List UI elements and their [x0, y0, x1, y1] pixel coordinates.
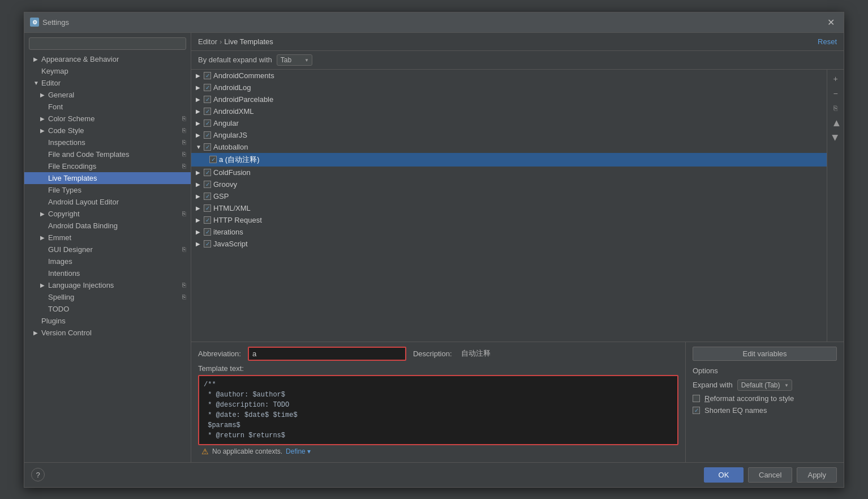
sidebar-item-label: Images — [48, 257, 72, 266]
sidebar-item-editor[interactable]: ▼Editor — [24, 77, 191, 89]
group-checkbox[interactable] — [204, 84, 211, 91]
template-group-header-http-request[interactable]: ▶HTTP Request — [191, 214, 827, 226]
sidebar-item-todo[interactable]: TODO — [24, 303, 191, 315]
reformat-checkbox[interactable] — [693, 395, 700, 402]
group-checkbox[interactable] — [204, 96, 211, 103]
sidebar-item-gui-designer[interactable]: GUI Designer⎘ — [24, 244, 191, 255]
remove-template-button[interactable]: − — [829, 87, 843, 100]
define-link[interactable]: Define ▾ — [286, 447, 311, 455]
template-item-a-comment[interactable]: a (自动注释) — [191, 153, 827, 167]
template-group-header-autoballon[interactable]: ▼Autoballon — [191, 141, 827, 153]
abbreviation-input[interactable] — [248, 347, 406, 361]
template-group-header-iterations[interactable]: ▶iterations — [191, 226, 827, 238]
title-bar-left: ⚙ Settings — [30, 18, 69, 27]
copy-icon: ⎘ — [182, 127, 186, 134]
sidebar-item-color-scheme[interactable]: ▶Color Scheme⎘ — [24, 113, 191, 125]
reset-button[interactable]: Reset — [818, 37, 837, 46]
group-arrow: ▶ — [196, 241, 201, 247]
breadcrumb-current: Live Templates — [224, 37, 273, 46]
group-checkbox[interactable] — [204, 228, 211, 236]
template-group-header-android-log[interactable]: ▶AndroidLog — [191, 82, 827, 93]
sidebar-item-label: File Encodings — [48, 162, 96, 170]
expand-with-select-wrapper: Default (Tab) Tab Space Enter — [737, 379, 792, 391]
sidebar-item-keymap[interactable]: Keymap — [24, 65, 191, 77]
group-checkbox[interactable] — [204, 131, 211, 139]
template-group-header-android-parcelable[interactable]: ▶AndroidParcelable — [191, 93, 827, 105]
sidebar-item-label: Copyright — [48, 210, 80, 218]
group-checkbox[interactable] — [204, 204, 211, 212]
template-group-groovy: ▶Groovy — [191, 178, 827, 190]
expand-with-select[interactable]: Default (Tab) Tab Space Enter — [737, 379, 792, 391]
group-checkbox[interactable] — [204, 216, 211, 224]
group-checkbox[interactable] — [204, 108, 211, 115]
sidebar-item-version-control[interactable]: ▶Version Control — [24, 327, 191, 339]
sidebar-item-label: Font — [48, 103, 63, 111]
sidebar-item-images[interactable]: Images — [24, 255, 191, 267]
sidebar-item-label: Plugins — [41, 317, 66, 325]
sidebar-item-appearance[interactable]: ▶Appearance & Behavior — [24, 53, 191, 65]
cancel-button[interactable]: Cancel — [748, 467, 792, 483]
sidebar-item-copyright[interactable]: ▶Copyright⎘ — [24, 208, 191, 220]
ok-button[interactable]: OK — [704, 467, 744, 483]
group-checkbox[interactable] — [204, 240, 211, 248]
template-group-header-angularjs[interactable]: ▶AngularJS — [191, 129, 827, 141]
sidebar-item-android-layout-editor[interactable]: Android Layout Editor — [24, 196, 191, 208]
group-checkbox[interactable] — [204, 143, 211, 151]
help-button[interactable]: ? — [31, 468, 45, 481]
dialog-body: ▶Appearance & Behavior Keymap▼Editor▶Gen… — [24, 33, 844, 462]
reformat-row: Reformat according to style — [693, 394, 837, 403]
sidebar-arrow-placeholder — [40, 163, 46, 169]
group-label: AndroidParcelable — [213, 95, 273, 104]
sidebar-item-general[interactable]: ▶General — [24, 89, 191, 101]
template-group-header-groovy[interactable]: ▶Groovy — [191, 178, 827, 190]
sidebar-item-spelling[interactable]: Spelling⎘ — [24, 291, 191, 303]
close-button[interactable]: ✕ — [824, 16, 838, 29]
add-template-button[interactable]: + — [829, 72, 843, 86]
template-group-header-android-comments[interactable]: ▶AndroidComments — [191, 70, 827, 82]
template-group-android-log: ▶AndroidLog — [191, 82, 827, 93]
move-up-button[interactable]: ▶ — [829, 116, 843, 130]
group-label: Autoballon — [213, 143, 248, 151]
sidebar-item-label: Editor — [41, 79, 61, 87]
template-group-header-javascript[interactable]: ▶JavaScript — [191, 238, 827, 250]
expand-label: By default expand with — [198, 56, 272, 64]
sidebar-item-font[interactable]: Font — [24, 101, 191, 113]
sidebar-item-plugins[interactable]: Plugins — [24, 315, 191, 327]
sidebar-item-intentions[interactable]: Intentions — [24, 267, 191, 279]
sidebar-item-file-types[interactable]: File Types — [24, 184, 191, 196]
template-group-header-html-xml[interactable]: ▶HTML/XML — [191, 202, 827, 214]
group-checkbox[interactable] — [204, 193, 211, 200]
apply-button[interactable]: Apply — [797, 467, 837, 483]
sidebar-item-language-injections[interactable]: ▶Language Injections⎘ — [24, 279, 191, 291]
sidebar-item-file-encodings[interactable]: File Encodings⎘ — [24, 160, 191, 172]
template-group-header-gsp[interactable]: ▶GSP — [191, 190, 827, 202]
expand-select[interactable]: Tab Space Enter — [277, 54, 312, 66]
sidebar-item-file-code-templates[interactable]: File and Code Templates⎘ — [24, 148, 191, 160]
group-checkbox[interactable] — [204, 181, 211, 188]
sidebar-item-android-data-binding[interactable]: Android Data Binding — [24, 220, 191, 232]
sidebar-item-code-style[interactable]: ▶Code Style⎘ — [24, 125, 191, 137]
edit-variables-button[interactable]: Edit variables — [693, 347, 837, 361]
sidebar-item-inspections[interactable]: Inspections⎘ — [24, 137, 191, 148]
template-group-header-coldfusion[interactable]: ▶ColdFusion — [191, 167, 827, 178]
template-code-area[interactable]: /** * @author: $author$ * @description: … — [198, 375, 678, 445]
sidebar-item-emmet[interactable]: ▶Emmet — [24, 232, 191, 244]
bottom-right: Edit variables Options Expand with Defau… — [685, 342, 844, 462]
search-input[interactable] — [29, 37, 186, 50]
shorten-eq-checkbox[interactable] — [693, 407, 700, 414]
item-checkbox[interactable] — [209, 156, 217, 163]
move-down-button[interactable]: ▶ — [829, 131, 843, 144]
group-checkbox[interactable] — [204, 120, 211, 127]
group-checkbox[interactable] — [204, 169, 211, 176]
template-group-header-angular[interactable]: ▶Angular — [191, 117, 827, 129]
template-group-html-xml: ▶HTML/XML — [191, 202, 827, 214]
sidebar-item-live-templates[interactable]: Live Templates — [24, 172, 191, 184]
group-checkbox[interactable] — [204, 72, 211, 79]
settings-icon: ⚙ — [30, 18, 39, 27]
group-arrow: ▶ — [196, 84, 201, 91]
copy-template-button[interactable]: ⎘ — [829, 101, 843, 115]
sidebar-arrow: ▶ — [40, 282, 46, 288]
template-group-header-android-xml[interactable]: ▶AndroidXML — [191, 105, 827, 117]
sidebar-arrow: ▶ — [40, 116, 46, 122]
sidebar: ▶Appearance & Behavior Keymap▼Editor▶Gen… — [24, 33, 191, 462]
